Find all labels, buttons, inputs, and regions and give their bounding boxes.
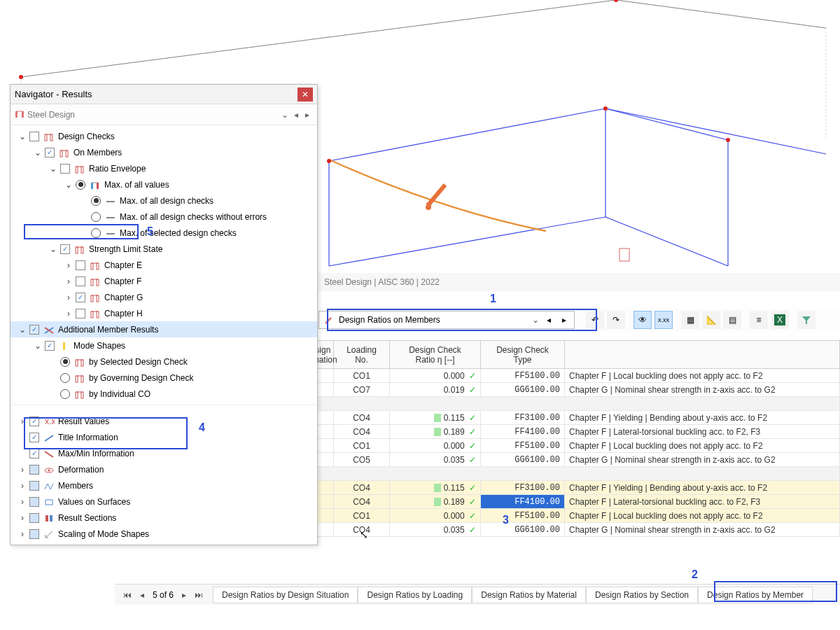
checkbox[interactable]: [29, 529, 39, 539]
expander-icon[interactable]: ⌄: [48, 164, 58, 174]
radio[interactable]: [91, 212, 101, 222]
expander-icon[interactable]: ⌄: [33, 148, 43, 158]
column-header[interactable]: LoadingNo.: [334, 341, 390, 369]
tree-item[interactable]: Max. of all design checks: [10, 192, 317, 209]
expander-icon[interactable]: ⌄: [18, 132, 27, 141]
view-dropdown[interactable]: Design Ratios on Members ⌄ ◂ ▸: [318, 311, 575, 329]
results-table[interactable]: DesignSituationLoadingNo.Design CheckRat…: [301, 340, 840, 537]
checkbox[interactable]: ✓: [45, 341, 55, 351]
pager-tab[interactable]: Design Ratios by Material: [472, 587, 586, 603]
tree-item[interactable]: by Selected Design Check: [10, 354, 317, 370]
tree-item[interactable]: ⌄Max. of all values: [10, 176, 317, 192]
checkbox[interactable]: [60, 164, 70, 174]
next-page-button[interactable]: ▸: [178, 590, 190, 600]
radio[interactable]: [91, 228, 101, 238]
tree-item[interactable]: ⌄✓Mode Shapes: [10, 337, 317, 354]
expander-icon[interactable]: ›: [18, 465, 27, 475]
last-page-button[interactable]: ⏭: [190, 590, 207, 600]
navigator-tree-lower[interactable]: ›✓x.xxResult Values✓Title Information✓Ma…: [10, 410, 317, 545]
tree-item[interactable]: ›Members: [10, 477, 317, 493]
checkbox[interactable]: [29, 481, 39, 491]
tree-item[interactable]: ›✓x.xxResult Values: [10, 413, 317, 429]
checkbox[interactable]: ✓: [29, 433, 39, 442]
tree-item[interactable]: ✓Title Information: [10, 429, 317, 445]
dd-next-icon[interactable]: ▸: [559, 315, 570, 325]
pager-tab[interactable]: Design Ratios by Section: [586, 587, 698, 603]
nav-prev-icon[interactable]: ◂: [290, 110, 302, 120]
checkbox[interactable]: ✓: [60, 244, 70, 254]
expander-icon[interactable]: ⌄: [18, 325, 27, 335]
pager-tab[interactable]: Design Ratios by Member: [698, 587, 813, 603]
radio[interactable]: [76, 180, 85, 190]
table-row[interactable]: CO4 0.115 ✓FF3100.00Chapter F | Yielding…: [302, 481, 840, 495]
checkbox[interactable]: [29, 497, 39, 507]
expander-icon[interactable]: ›: [18, 513, 27, 523]
expander-icon[interactable]: ›: [18, 529, 27, 539]
tree-item[interactable]: ⌄✓Strength Limit State: [10, 241, 317, 257]
redo-button[interactable]: ↷: [607, 311, 625, 329]
grid-button[interactable]: ▦: [681, 311, 699, 329]
navigator-titlebar[interactable]: Navigator - Results ✕: [10, 85, 317, 104]
tree-item[interactable]: ›Chapter H: [10, 305, 317, 321]
expander-icon[interactable]: ›: [64, 276, 74, 286]
align-button[interactable]: ≡: [750, 311, 768, 329]
checkbox[interactable]: ✓: [29, 416, 39, 426]
table-row[interactable]: CO10.000 ✓FF5100.00Chapter F | Local buc…: [302, 439, 840, 453]
column-header[interactable]: Design CheckType: [481, 341, 565, 369]
tree-item[interactable]: ›Scaling of Mode Shapes: [10, 526, 317, 542]
radio[interactable]: [60, 373, 70, 383]
navigator-tree[interactable]: ⌄Design Checks⌄✓On Members⌄Ratio Envelop…: [10, 125, 317, 405]
checkbox[interactable]: ✓: [29, 325, 39, 335]
module-selector[interactable]: Steel Design: [24, 108, 279, 121]
checkbox[interactable]: [76, 309, 85, 318]
tree-item[interactable]: ⌄✓Additional Member Results: [10, 321, 317, 337]
tree-item[interactable]: Max. of selected design checks: [10, 225, 317, 241]
checkbox[interactable]: ✓: [76, 293, 85, 302]
undo-button[interactable]: ↶: [586, 311, 604, 329]
expander-icon[interactable]: ›: [64, 309, 74, 318]
tree-item[interactable]: ›Chapter E: [10, 257, 317, 273]
table-row[interactable]: CO4 0.115 ✓FF3100.00Chapter F | Yielding…: [302, 411, 840, 425]
pager-tab[interactable]: Design Ratios by Design Situation: [213, 587, 358, 603]
dd-prev-icon[interactable]: ◂: [543, 315, 554, 325]
expander-icon[interactable]: ›: [64, 293, 74, 302]
first-page-button[interactable]: ⏮: [119, 590, 136, 600]
tree-item[interactable]: ⌄Ratio Envelope: [10, 160, 317, 176]
radio[interactable]: [60, 357, 70, 367]
tree-item[interactable]: ›Deformation: [10, 461, 317, 477]
table-row[interactable]: CO40.035 ✓GG6100.00Chapter G | Nominal s…: [302, 523, 840, 537]
table-row[interactable]: CO4 0.189 ✓FF4100.00Chapter F | Lateral-…: [302, 425, 840, 439]
expander-icon[interactable]: ⌄: [33, 341, 43, 351]
checkbox[interactable]: [29, 465, 39, 475]
expander-icon[interactable]: ›: [64, 260, 74, 270]
table-row[interactable]: CO50.035 ✓GG6100.00Chapter G | Nominal s…: [302, 453, 840, 467]
column-header[interactable]: [565, 341, 840, 369]
tree-item[interactable]: ›Values on Surfaces: [10, 493, 317, 510]
checkbox[interactable]: [76, 260, 85, 270]
checkbox[interactable]: [29, 513, 39, 523]
prev-page-button[interactable]: ◂: [136, 590, 148, 600]
close-icon[interactable]: ✕: [298, 88, 313, 102]
radio[interactable]: [60, 389, 70, 399]
expander-icon[interactable]: ⌄: [64, 180, 74, 190]
checkbox[interactable]: ✓: [45, 148, 55, 158]
radio[interactable]: [91, 196, 101, 206]
nav-next-icon[interactable]: ▸: [302, 110, 313, 120]
column-header[interactable]: Design CheckRatio η [--]: [390, 341, 481, 369]
xxx-button[interactable]: x.xx: [654, 311, 673, 329]
pager-tab[interactable]: Design Ratios by Loading: [358, 587, 472, 603]
chevron-down-icon[interactable]: ⌄: [279, 110, 290, 120]
checkbox[interactable]: [76, 276, 85, 286]
excel-button[interactable]: X: [771, 311, 789, 329]
table-button[interactable]: ▤: [723, 311, 741, 329]
expander-icon[interactable]: ›: [18, 416, 27, 426]
tree-item[interactable]: ✓Max/Min Information: [10, 445, 317, 461]
tree-item[interactable]: ›Chapter F: [10, 273, 317, 289]
tree-item[interactable]: ⌄Design Checks: [10, 128, 317, 144]
filter-button[interactable]: [797, 311, 816, 329]
tree-item[interactable]: ›Result Sections: [10, 510, 317, 526]
tree-item[interactable]: Max. of all design checks without errors: [10, 209, 317, 225]
table-row[interactable]: CO4 0.189 ✓FF4100.00Chapter F | Lateral-…: [302, 495, 840, 509]
table-row[interactable]: CO10.000 ✓FF5100.00Chapter F | Local buc…: [302, 509, 840, 523]
tree-item[interactable]: ⌄✓On Members: [10, 144, 317, 160]
